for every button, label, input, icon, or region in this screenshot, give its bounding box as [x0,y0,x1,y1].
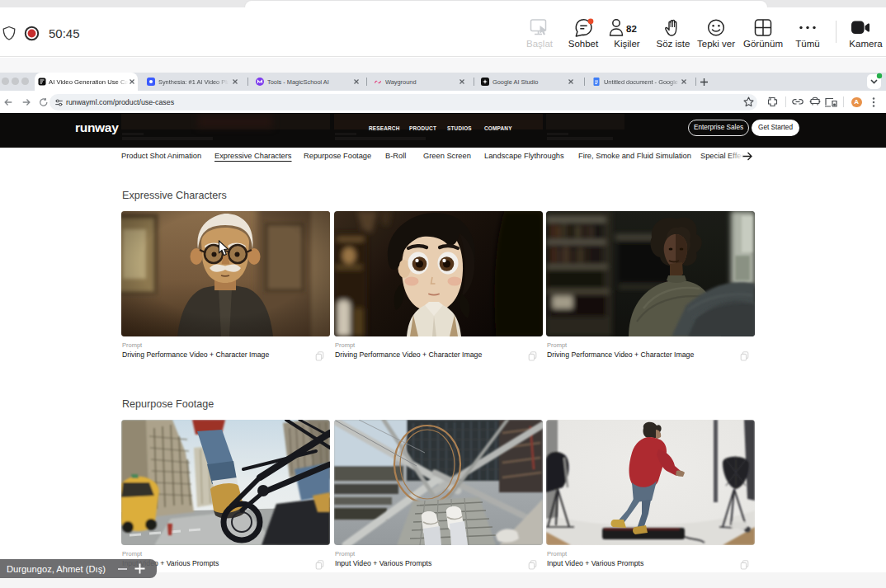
svg-text:82: 82 [626,24,637,34]
